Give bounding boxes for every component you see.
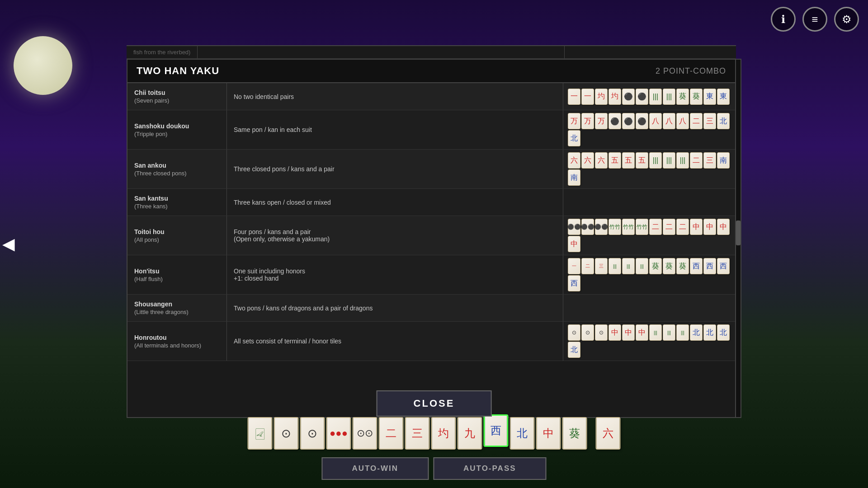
yaku-desc-cell: Three closed pons / kans and a pair xyxy=(227,150,563,188)
bottom-action-buttons: AUTO-WIN AUTO-PASS xyxy=(321,457,546,480)
yaku-panel-points: 2 POINT-COMBO xyxy=(656,66,726,76)
hand-tile[interactable]: 葵 xyxy=(562,417,587,450)
mahjong-tile: ⚫⚫ xyxy=(581,219,594,235)
mahjong-tile: 万 xyxy=(581,113,594,129)
auto-win-button[interactable]: AUTO-WIN xyxy=(321,457,429,480)
info-button[interactable]: ℹ xyxy=(771,7,796,32)
hand-tile[interactable]: 九 xyxy=(458,417,482,450)
yaku-name-cell: Toitoi hou (All pons) xyxy=(127,216,227,255)
mahjong-tile: 中 xyxy=(609,324,621,341)
yaku-name-main: Toitoi hou xyxy=(134,228,220,235)
auto-pass-button[interactable]: AUTO-PASS xyxy=(433,457,547,480)
hand-tile-selected[interactable]: 西 xyxy=(484,414,509,447)
hand-tile[interactable]: ⊙⊙ xyxy=(353,417,377,450)
yaku-tiles-cell: 六 六 六 五 五 五 ||| ||| ||| 二 三 南 南 xyxy=(563,150,735,188)
mahjong-tile: 圴 xyxy=(609,89,621,105)
scrollbar-thumb[interactable] xyxy=(736,221,741,245)
yaku-row: Toitoi hou (All pons) Four pons / kans a… xyxy=(127,216,735,255)
mahjong-tile: 五 xyxy=(609,152,621,169)
hand-tile[interactable]: 二 xyxy=(379,417,404,450)
mahjong-tile: 二 xyxy=(690,152,703,169)
yaku-desc-cell: Three kans open / closed or mixed xyxy=(227,189,563,216)
mahjong-tile: 北 xyxy=(690,324,703,341)
mahjong-tile: 三 xyxy=(595,258,608,274)
left-arrow-button[interactable]: ◀ xyxy=(2,235,15,253)
settings-button[interactable]: ⚙ xyxy=(834,7,859,32)
mahjong-tile: 西 xyxy=(690,258,703,274)
yaku-row: Hon'itsu (Half flush) One suit including… xyxy=(127,255,735,295)
hand-tile[interactable]: 🀐 xyxy=(248,417,273,450)
mahjong-tile: 一 xyxy=(581,89,594,105)
mahjong-tile: ⚫ xyxy=(636,113,648,129)
mahjong-tile: 葵 xyxy=(663,258,675,274)
hand-tile[interactable]: 圴 xyxy=(431,417,456,450)
mahjong-tile: ⚫ xyxy=(622,113,635,129)
yaku-name-sub: (All terminals and honors) xyxy=(134,342,220,349)
mahjong-tile: ||| xyxy=(609,258,621,274)
yaku-name-sub: (Three kans) xyxy=(134,203,220,210)
hand-tile[interactable]: ●●● xyxy=(326,417,351,450)
prev-section-text: fish from the riverbed) xyxy=(127,49,197,56)
yaku-scroll-area[interactable]: Chii toitsu (Seven pairs) No two identic… xyxy=(127,83,735,417)
hand-tile[interactable]: 中 xyxy=(536,417,561,450)
mahjong-tile: 竹竹 xyxy=(609,219,621,235)
hand-tile[interactable]: ⊙ xyxy=(274,417,299,450)
mahjong-tile: 六 xyxy=(581,152,594,169)
mahjong-tile: 中 xyxy=(690,219,703,235)
yaku-name-main: Shousangen xyxy=(134,300,220,308)
yaku-name-cell: Honroutou (All terminals and honors) xyxy=(127,322,227,361)
mahjong-tile: 竹竹 xyxy=(636,219,648,235)
yaku-panel-header: TWO HAN YAKU 2 POINT-COMBO xyxy=(127,60,735,83)
mahjong-tile: ||| xyxy=(676,324,689,341)
mahjong-tile: 八 xyxy=(663,113,675,129)
mahjong-tile: 南 xyxy=(568,169,580,186)
mahjong-tile: 東 xyxy=(717,89,730,105)
mahjong-tile: 二 xyxy=(676,219,689,235)
mahjong-tile: ⚫⚫ xyxy=(595,219,608,235)
yaku-name-main: San ankou xyxy=(134,162,220,169)
yaku-name-cell: Sanshoku doukou (Tripple pon) xyxy=(127,110,227,149)
hand-tile[interactable]: 三 xyxy=(405,417,430,450)
yaku-name-sub: (Little three dragons) xyxy=(134,309,220,315)
mahjong-tile: ||| xyxy=(663,152,675,169)
mahjong-tile: 中 xyxy=(636,324,648,341)
yaku-name-main: San kantsu xyxy=(134,195,220,202)
yaku-name-cell: Chii toitsu (Seven pairs) xyxy=(127,83,227,110)
mahjong-tile: 北 xyxy=(717,113,730,129)
hand-tile[interactable]: 北 xyxy=(510,417,535,450)
list-button[interactable]: ≡ xyxy=(802,7,827,32)
mahjong-tile: 六 xyxy=(595,152,608,169)
mahjong-tile: 東 xyxy=(703,89,716,105)
mahjong-tile: ⚫⚫ xyxy=(568,219,580,235)
top-icon-bar: ℹ ≡ ⚙ xyxy=(771,7,859,32)
mahjong-tile: ||| xyxy=(622,258,635,274)
yaku-row: Shousangen (Little three dragons) Two po… xyxy=(127,295,735,322)
mahjong-tile: ||| xyxy=(649,89,662,105)
mahjong-tile: 二 xyxy=(581,258,594,274)
yaku-name-main: Chii toitsu xyxy=(134,89,220,96)
mahjong-tile: 二 xyxy=(649,219,662,235)
mahjong-tile: 三 xyxy=(703,152,716,169)
yaku-name-main: Honroutou xyxy=(134,334,220,341)
close-button[interactable]: CLOSE xyxy=(377,390,492,417)
yaku-tiles-cell: 万 万 万 ⚫ ⚫ ⚫ 八 八 八 二 三 北 北 xyxy=(563,110,735,149)
mahjong-tile: ||| xyxy=(663,324,675,341)
yaku-name-sub: (Seven pairs) xyxy=(134,97,220,104)
mahjong-tile: 三 xyxy=(703,113,716,129)
mahjong-tile: 中 xyxy=(622,324,635,341)
scrollbar-track[interactable] xyxy=(736,59,741,418)
hand-tile-separate[interactable]: 六 xyxy=(596,417,621,450)
mahjong-tile: 二 xyxy=(690,113,703,129)
mahjong-tile: 中 xyxy=(568,236,580,252)
yaku-name-cell: Shousangen (Little three dragons) xyxy=(127,295,227,321)
mahjong-tile: ⚫ xyxy=(609,113,621,129)
yaku-name-sub: (All pons) xyxy=(134,236,220,243)
yaku-panel: TWO HAN YAKU 2 POINT-COMBO Chii toitsu (… xyxy=(127,59,736,418)
yaku-panel-title: TWO HAN YAKU xyxy=(137,65,219,77)
hand-tile[interactable]: ⊙ xyxy=(300,417,325,450)
mahjong-tile: 万 xyxy=(595,113,608,129)
player-hand: 🀐 ⊙ ⊙ ●●● ⊙⊙ 二 三 圴 九 西 北 中 葵 六 xyxy=(248,417,621,450)
yaku-name-main: Hon'itsu xyxy=(134,267,220,275)
mahjong-tile: 北 xyxy=(568,342,580,358)
mahjong-tile: 西 xyxy=(568,275,580,291)
